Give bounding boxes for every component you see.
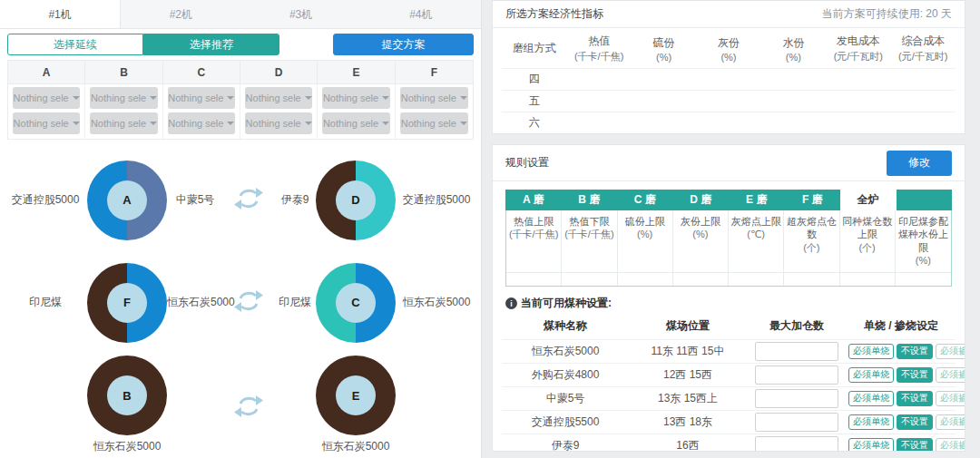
economics-title: 所选方案经济性指标 [505, 6, 603, 22]
coal-max-bins-cell [747, 364, 847, 387]
donut-chart-mill-e: E [316, 356, 396, 435]
limits-table-empty-row [506, 272, 951, 286]
rules-tab-5[interactable]: E 磨 [729, 190, 785, 210]
caret-down-icon [227, 122, 234, 125]
coal-select-dropdown-label: Nothing sele [401, 93, 456, 103]
action-row: 选择延续 选择推荐 提交方案 [0, 29, 481, 60]
coal-select-dropdown[interactable]: Nothing sele [400, 112, 468, 134]
economics-column-unit: (元/千瓦时) [893, 50, 954, 63]
coal-select-dropdown[interactable]: Nothing sele [90, 112, 157, 134]
rules-tab-2[interactable]: B 磨 [562, 190, 618, 210]
economics-panel: 所选方案经济性指标 当前方案可持续使用: 20 天 磨组方式热值(千卡/千焦)硫… [492, 0, 965, 134]
donut-row: 交通控股5000 A 中蒙5号 伊泰9 D 交通控股50 [4, 149, 477, 251]
badge-not-set[interactable]: 不设置 [897, 414, 933, 430]
badge-must-single-burn[interactable]: 必须单烧 [848, 414, 894, 430]
limit-column-header: 硫份上限(%) [618, 210, 673, 272]
limit-column-unit: (个) [842, 241, 893, 254]
tab-machine-3[interactable]: #3机 [241, 0, 361, 28]
badge-must-single-burn[interactable]: 必须单烧 [848, 344, 894, 359]
coal-select-dropdown[interactable]: Nothing sele [245, 112, 312, 134]
coal-label: 恒东石炭5000 [396, 295, 477, 310]
coal-select-dropdown[interactable]: Nothing sele [322, 87, 389, 109]
coal-select-dropdown[interactable]: Nothing sele [168, 112, 235, 134]
coal-select-dropdown[interactable]: Nothing sele [13, 112, 80, 134]
mill-column-header-f: F [396, 61, 473, 84]
donut-chart-mill-c: C [316, 263, 396, 343]
tab-machine-2[interactable]: #2机 [121, 0, 240, 28]
economics-column-name: 发电成本 [837, 34, 880, 47]
donut-row: 印尼煤 F 恒东石炭5000 印尼煤 C 恒东石炭500 [4, 251, 477, 354]
economics-empty-cell [826, 112, 890, 134]
rules-tab-6[interactable]: F 磨 [785, 190, 841, 210]
max-bins-input[interactable] [755, 413, 838, 432]
coal-column-header: 单烧 / 掺烧设定 [847, 314, 956, 340]
economics-empty-cell [826, 69, 890, 91]
tab-machine-4[interactable]: #4机 [361, 0, 481, 28]
coal-max-bins-cell [747, 411, 847, 434]
coal-select-dropdown[interactable]: Nothing sele [90, 87, 157, 109]
swap-refresh-icon[interactable] [223, 393, 274, 424]
badge-must-single-burn[interactable]: 必须单烧 [848, 391, 894, 406]
economics-empty-cell [761, 69, 826, 91]
modify-button[interactable]: 修改 [887, 151, 952, 176]
swap-refresh-icon[interactable] [223, 185, 274, 216]
limit-column-name: 灰熔点上限 [731, 216, 781, 227]
badge-not-set[interactable]: 不设置 [897, 367, 933, 383]
badge-not-set[interactable]: 不设置 [897, 438, 933, 452]
info-icon: i [505, 297, 517, 309]
donut-chart-mill-b: B [87, 356, 167, 435]
economics-column-unit: (%) [633, 52, 694, 63]
donut-stack: B 恒东石炭5000 [87, 356, 167, 435]
badge-not-set[interactable]: 不设置 [897, 391, 933, 406]
economics-row: 四 [502, 69, 956, 91]
rules-tab-7[interactable]: 全炉 [840, 190, 897, 210]
coal-select-dropdown[interactable]: Nothing sele [13, 87, 80, 109]
mill-rules-tab-bar: A 磨B 磨C 磨D 磨E 磨F 磨全炉 [505, 190, 952, 210]
coal-settings-heading-text: 当前可用煤种设置: [521, 296, 612, 311]
badge-not-set[interactable]: 不设置 [897, 344, 933, 359]
coal-name: 外购石炭4800 [502, 364, 629, 387]
swap-refresh-icon[interactable] [223, 287, 274, 318]
rules-tab-4[interactable]: D 磨 [673, 190, 730, 210]
economics-empty-cell [632, 91, 696, 112]
coal-label: 交通控股5000 [4, 192, 87, 208]
mill-column-header-a: A [8, 61, 85, 84]
badge-must-blend-burn[interactable]: 必须掺烧 [936, 438, 965, 452]
coal-location: 13东 15西上 [629, 387, 747, 411]
max-bins-input[interactable] [755, 436, 838, 452]
max-bins-input[interactable] [755, 389, 838, 408]
limit-empty-cell [562, 273, 617, 286]
coal-column-header: 煤种名称 [502, 314, 629, 340]
rules-tab-3[interactable]: C 磨 [617, 190, 673, 210]
economics-column-name: 灰份 [718, 36, 740, 49]
limit-column-header: 印尼煤参配煤种水份上限(%) [896, 210, 951, 272]
coal-burn-setting-cell: 必须单烧不设置必须掺烧 [847, 387, 956, 411]
mill-group-label: 六 [502, 112, 566, 134]
badge-must-blend-burn[interactable]: 必须掺烧 [936, 414, 965, 430]
max-bins-input[interactable] [755, 365, 838, 385]
badge-must-blend-burn[interactable]: 必须掺烧 [936, 367, 965, 383]
coal-name: 中蒙5号 [502, 387, 629, 411]
badge-must-single-burn[interactable]: 必须单烧 [848, 438, 894, 452]
submit-plan-button[interactable]: 提交方案 [333, 34, 474, 55]
rules-tab-1[interactable]: A 磨 [505, 190, 562, 210]
tab-machine-1[interactable]: #1机 [0, 0, 121, 28]
limit-column-header: 灰熔点上限(℃) [729, 210, 784, 272]
limit-column-unit: (个) [786, 241, 837, 254]
coal-name: 交通控股5500 [502, 411, 629, 434]
select-recommend-button[interactable]: 选择推荐 [143, 34, 279, 55]
max-bins-input[interactable] [755, 342, 838, 361]
coal-row: 中蒙5号13东 15西上必须单烧不设置必须掺烧 [502, 387, 956, 411]
coal-select-dropdown[interactable]: Nothing sele [400, 87, 468, 109]
coal-select-dropdown[interactable]: Nothing sele [322, 112, 389, 134]
coal-select-dropdown[interactable]: Nothing sele [168, 87, 235, 109]
limit-column-name: 同种煤仓数上限 [842, 216, 892, 239]
badge-must-blend-burn[interactable]: 必须掺烧 [936, 391, 965, 406]
badge-must-blend-burn[interactable]: 必须掺烧 [936, 344, 965, 359]
select-continue-button[interactable]: 选择延续 [7, 34, 143, 55]
limit-column-unit: (千卡/千焦) [508, 228, 559, 240]
economics-empty-cell [696, 91, 760, 112]
badge-must-single-burn[interactable]: 必须单烧 [848, 367, 894, 383]
limit-empty-cell [784, 273, 839, 286]
coal-select-dropdown[interactable]: Nothing sele [245, 87, 312, 109]
